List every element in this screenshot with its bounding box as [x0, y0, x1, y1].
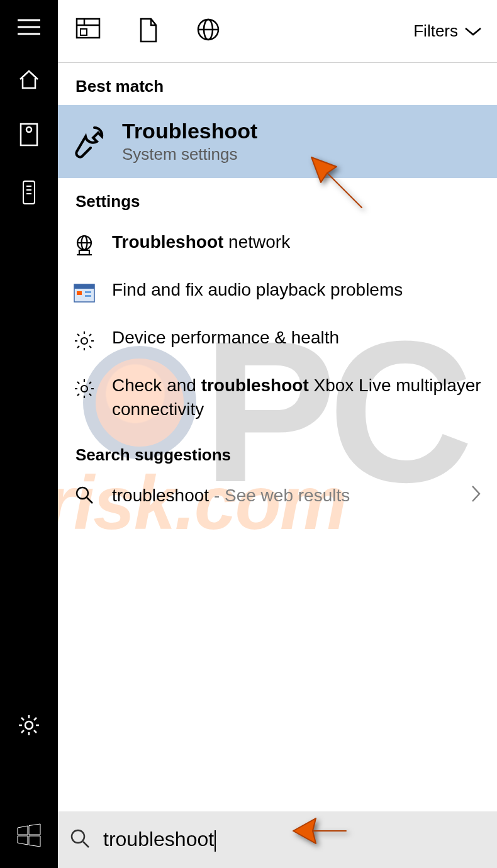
- notebook-icon[interactable]: [19, 122, 39, 150]
- cortana-sidebar: [0, 0, 58, 868]
- suggestions-header: Search suggestions: [58, 431, 497, 474]
- svg-point-29: [81, 338, 87, 344]
- hamburger-icon[interactable]: [16, 18, 42, 39]
- svg-rect-5: [23, 181, 35, 204]
- best-match-header: Best match: [58, 63, 497, 105]
- search-icon: [69, 828, 91, 852]
- feedback-icon[interactable]: [16, 769, 42, 794]
- annotation-arrow-icon: [308, 154, 365, 211]
- svg-line-32: [87, 498, 92, 503]
- best-match-title: Troubleshoot: [122, 119, 257, 143]
- wrench-icon: [72, 124, 107, 159]
- svg-point-9: [25, 721, 33, 729]
- svg-rect-26: [77, 291, 82, 295]
- gear-icon: [72, 376, 97, 401]
- svg-rect-11: [29, 772, 40, 781]
- filters-dropdown[interactable]: Filters: [413, 21, 482, 41]
- result-troubleshoot-network[interactable]: Troubleshoot network: [58, 220, 497, 268]
- documents-scope-icon[interactable]: [138, 18, 159, 45]
- svg-rect-25: [74, 284, 94, 289]
- result-audio-playback[interactable]: Find and fix audio playback problems: [58, 268, 497, 316]
- windows-start-icon[interactable]: [16, 823, 42, 850]
- svg-point-31: [77, 487, 88, 499]
- search-scope-bar: Filters: [58, 0, 497, 63]
- annotation-arrow-icon: [291, 809, 347, 853]
- svg-line-34: [83, 842, 89, 847]
- chevron-down-icon: [464, 26, 482, 36]
- svg-point-33: [72, 830, 84, 843]
- home-icon[interactable]: [18, 68, 40, 93]
- best-match-result[interactable]: Troubleshoot System settings: [58, 105, 497, 178]
- globe-monitor-icon: [72, 233, 97, 258]
- svg-rect-27: [85, 291, 91, 293]
- best-match-subtitle: System settings: [122, 145, 257, 164]
- svg-rect-15: [81, 29, 87, 35]
- control-panel-icon: [72, 281, 97, 306]
- chevron-right-icon: [471, 484, 482, 506]
- svg-point-4: [26, 127, 31, 132]
- search-input[interactable]: troubleshoot: [103, 828, 216, 852]
- web-scope-icon[interactable]: [196, 18, 220, 45]
- gear-icon: [72, 328, 97, 353]
- web-suggestion[interactable]: troubleshoot - See web results: [58, 474, 497, 518]
- apps-scope-icon[interactable]: [75, 18, 101, 45]
- svg-point-30: [81, 386, 87, 392]
- settings-gear-icon[interactable]: [17, 713, 41, 740]
- result-device-health[interactable]: Device performance & health: [58, 316, 497, 364]
- svg-rect-28: [85, 295, 91, 297]
- svg-point-10: [19, 771, 26, 779]
- result-xbox-live[interactable]: Check and troubleshoot Xbox Live multipl…: [58, 364, 497, 431]
- search-icon: [72, 485, 97, 505]
- settings-header: Settings: [58, 178, 497, 220]
- remote-icon[interactable]: [21, 179, 36, 209]
- filters-label: Filters: [413, 21, 458, 41]
- search-bar[interactable]: troubleshoot: [58, 811, 497, 868]
